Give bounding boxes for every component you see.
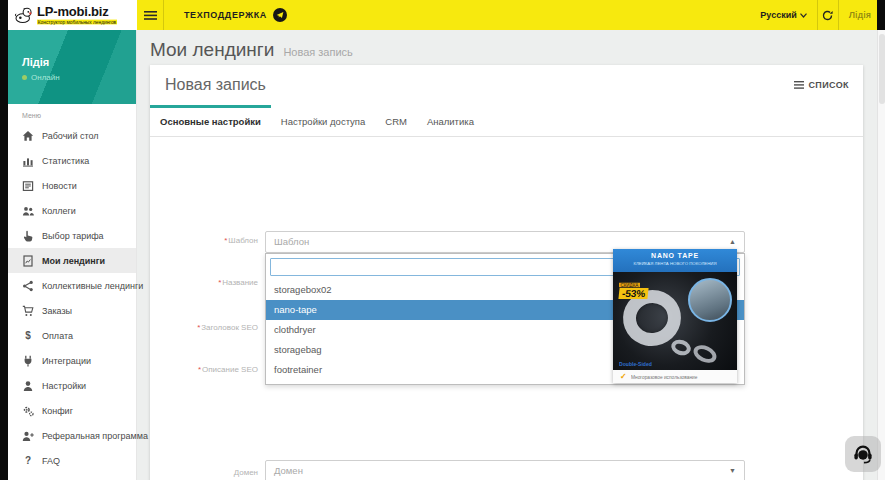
sidebar-user-name: Лідія (22, 56, 136, 68)
language-label: Русский (760, 10, 796, 20)
sidebar-item-label: Коллеги (42, 206, 76, 216)
list-icon (794, 81, 804, 89)
sidebar-item-label: Оплата (42, 331, 73, 341)
sidebar-item-faq[interactable]: ?FAQ (8, 448, 136, 473)
screen-left-edge (0, 0, 8, 480)
sidebar-item-label: Рабочий стол (42, 131, 99, 141)
logo[interactable]: LP-mobi.biz Конструктор мобильных лендин… (8, 0, 137, 30)
preview-title: NANO TAPE (613, 252, 737, 260)
page-title: Мои лендинги (150, 39, 274, 61)
preview-footer: ✓ Многоразовое использование (613, 370, 737, 383)
sidebar-item-my-landings[interactable]: Мои лендинги (8, 248, 136, 273)
sidebar-item-label: Мои лендинги (42, 256, 105, 266)
plug-icon (22, 355, 34, 367)
refresh-icon[interactable] (818, 0, 838, 30)
sidebar-item-label: Новости (42, 181, 77, 191)
preview-caption: Double-Sided (619, 361, 652, 366)
sidebar-user-panel: Лідія Онлайн (8, 30, 136, 104)
domain-field-label: Домен (150, 468, 258, 477)
preview-inset-photo (688, 278, 732, 322)
support-chat-button[interactable] (845, 436, 881, 472)
users-icon (22, 205, 34, 217)
sidebar-item-tariff[interactable]: Выбор тарифа (8, 223, 136, 248)
preview-product-image: СКИДКА -53% Double-Sided (613, 272, 737, 370)
card-title: Новая запись (165, 76, 266, 94)
headset-icon (852, 443, 874, 465)
topbar-yellow: ТЕХПОДДЕРЖКА Русский Лідія (137, 0, 877, 30)
discount-badge: СКИДКА -53% (619, 282, 648, 299)
menu-toggle-icon[interactable] (137, 11, 163, 20)
sidebar-item-label: Интеграции (42, 356, 91, 366)
sidebar-item-integrations[interactable]: Интеграции (8, 348, 136, 373)
landing-icon (22, 255, 34, 267)
sidebar-item-label: Выбор тарифа (42, 231, 104, 241)
online-status-dot (22, 75, 27, 80)
caret-down-icon: ▼ (729, 461, 736, 480)
app-window: LP-mobi.biz Конструктор мобильных лендин… (8, 0, 877, 480)
list-button[interactable]: СПИСОК (794, 80, 849, 90)
language-selector[interactable]: Русский (750, 0, 816, 30)
sidebar-item-collective-landings[interactable]: Коллективные лендинги (8, 273, 136, 298)
tab-bar: Основные настройкиНастройки доступаCRMАн… (150, 107, 863, 137)
tech-support-label: ТЕХПОДДЕРЖКА (184, 10, 267, 20)
screen-right-edge (877, 0, 885, 30)
dog-logo-icon (14, 4, 33, 26)
sidebar-item-referral[interactable]: Реферальная программа (8, 423, 136, 448)
sidebar-item-statistics[interactable]: Статистика (8, 148, 136, 173)
cogs-icon (22, 405, 34, 417)
main-content: Мои лендинги Новая запись Новая запись С… (137, 30, 877, 480)
user-plus-icon (22, 430, 34, 442)
template-field-label: *Шаблон (150, 236, 258, 245)
topbar: LP-mobi.biz Конструктор мобильных лендин… (8, 0, 877, 30)
online-status-label: Онлайн (31, 73, 60, 82)
sidebar-item-orders[interactable]: Заказы (8, 298, 136, 323)
sidebar: Лідія Онлайн Меню Рабочий столСтатистика… (8, 30, 137, 480)
sidebar-item-label: Реферальная программа (42, 431, 148, 441)
tab-настройки-доступа[interactable]: Настройки доступа (271, 107, 375, 136)
sidebar-item-label: Статистика (42, 156, 89, 166)
domain-select[interactable]: Домен ▼ (265, 460, 745, 480)
tab-основные-настройки[interactable]: Основные настройки (150, 107, 271, 136)
tech-support-button[interactable]: ТЕХПОДДЕРЖКА (164, 0, 301, 30)
sidebar-item-news[interactable]: Новости (8, 173, 136, 198)
list-button-label: СПИСОК (808, 80, 849, 90)
template-preview-thumbnail[interactable]: NANO TAPE КЛЕЙКАЯ ЛЕНТА НОВОГО ПОКОЛЕНИЯ… (613, 249, 737, 383)
seo-description-field-label: *Описание SEO (150, 365, 258, 374)
breadcrumb: Новая запись (283, 46, 352, 58)
preview-header: NANO TAPE КЛЕЙКАЯ ЛЕНТА НОВОГО ПОКОЛЕНИЯ (613, 249, 737, 272)
user-icon (22, 380, 34, 392)
sidebar-item-label: Конфиг (42, 406, 73, 416)
home-icon (22, 130, 34, 142)
logo-title: LP-mobi.biz (37, 5, 137, 18)
page-scrollbar[interactable] (877, 30, 885, 480)
dollar-icon: $ (22, 330, 34, 342)
new-record-card: Новая запись СПИСОК Основные настройкиНа… (150, 65, 863, 480)
sidebar-item-colleagues[interactable]: Коллеги (8, 198, 136, 223)
sidebar-item-label: FAQ (42, 456, 60, 466)
check-icon: ✓ (620, 373, 627, 381)
scrollbar-thumb[interactable] (879, 34, 885, 104)
sidebar-item-label: Коллективные лендинги (42, 281, 143, 291)
topbar-user-name: Лідія (849, 10, 871, 20)
sidebar-item-config[interactable]: Конфиг (8, 398, 136, 423)
sidebar-item-label: Заказы (42, 306, 72, 316)
sidebar-item-dashboard[interactable]: Рабочий стол (8, 123, 136, 148)
logo-tagline: Конструктор мобильных лендингов (37, 20, 117, 25)
menu-section-label: Меню (8, 104, 136, 123)
telegram-icon (273, 8, 287, 22)
chevron-down-icon (800, 13, 807, 18)
tab-аналитика[interactable]: Аналитика (417, 107, 484, 136)
sidebar-item-payment[interactable]: $Оплата (8, 323, 136, 348)
name-field-label: *Название (150, 278, 258, 287)
seo-title-field-label: *Заголовок SEO (150, 323, 258, 332)
sidebar-menu: Рабочий столСтатистикаНовостиКоллегиВыбо… (8, 123, 136, 473)
hand-icon (22, 230, 34, 242)
news-icon (22, 180, 34, 192)
share-icon (22, 280, 34, 292)
tab-crm[interactable]: CRM (375, 107, 417, 136)
sidebar-item-label: Настройки (42, 381, 86, 391)
cart-icon (22, 305, 34, 317)
topbar-user-menu[interactable]: Лідія (839, 0, 877, 30)
sidebar-item-settings[interactable]: Настройки (8, 373, 136, 398)
chart-icon (22, 155, 34, 167)
